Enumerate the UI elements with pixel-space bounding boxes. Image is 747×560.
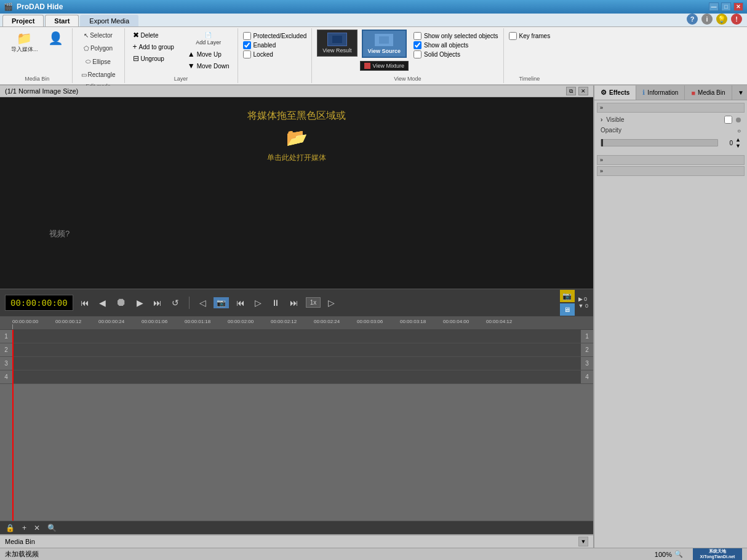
opacity-stepper[interactable]: ▲▼: [735, 137, 741, 149]
opacity-label: Opacity: [601, 127, 621, 134]
speed-button[interactable]: 1x: [306, 297, 321, 308]
close-button[interactable]: ✕: [733, 2, 743, 11]
canvas-drop-text: 将媒体拖至黑色区域或: [247, 110, 346, 122]
play-pause-button[interactable]: ▷: [252, 297, 264, 309]
loop-button[interactable]: ↺: [169, 297, 182, 309]
add-to-group-button[interactable]: + Add to group: [130, 41, 177, 52]
view-mixture-button[interactable]: View Mixture: [360, 61, 409, 71]
timeline-zoom-out-button[interactable]: 🔍: [46, 523, 58, 533]
enabled-checkbox[interactable]: [243, 41, 251, 49]
record-button[interactable]: 📷: [560, 290, 575, 302]
move-up-button[interactable]: ▲ Move Up: [185, 49, 233, 60]
media-bin-collapse-button[interactable]: ▼: [578, 537, 588, 546]
timeline-label: Timeline: [509, 73, 551, 82]
ribbon-edit-content: ↖ Selector ⬠ Polygon ⬭ Ellipse ▭ Rectang…: [78, 30, 119, 81]
opacity-slider-row: 0 ▲▼: [601, 137, 741, 149]
right-panel: ⚙ Effects ℹ Information ■ Media Bin ▼ »: [593, 86, 747, 548]
canvas-close-button[interactable]: ✕: [578, 87, 588, 95]
info-tab-label: Information: [647, 89, 678, 96]
canvas-size-label: (1/1 Normal Image Size): [5, 87, 78, 95]
mark-in-button[interactable]: ◁: [197, 297, 209, 309]
maximize-button[interactable]: □: [721, 2, 731, 11]
timeline-add-button[interactable]: +: [20, 523, 28, 533]
panel-section-collapse-1[interactable]: »: [597, 103, 745, 113]
frame-back-button[interactable]: ◀: [97, 297, 108, 309]
bulb-icon: 💡: [716, 14, 727, 25]
view-result-group: View Result: [317, 30, 357, 57]
timeline-controls: 🔒 + ✕ 🔍: [0, 521, 593, 534]
mark-out-button[interactable]: ▷: [326, 297, 337, 309]
tab-start[interactable]: Start: [45, 15, 79, 26]
frame-forward-button[interactable]: ▶: [134, 297, 146, 309]
transport-bar: 00:00:00:00 ⏮ ◀ ⏺ ▶ ⏭ ↺ ◁ 📷 ⏮ ▷ ⏸ ⏭ 1x ▷…: [0, 289, 593, 316]
skip-to-start-button[interactable]: ⏮: [78, 297, 92, 309]
ribbon-group-layer: ✖ Delete + Add to group ⊟ Ungroup 📄 Add …: [125, 28, 238, 83]
track-content-1[interactable]: [12, 330, 581, 343]
visible-arrow: ›: [601, 116, 602, 123]
canvas-header: (1/1 Normal Image Size) ⧉ ✕: [0, 86, 593, 97]
protected-checkbox[interactable]: [243, 32, 251, 40]
move-down-button[interactable]: ▼ Move Down: [185, 60, 233, 71]
track-num-right-1: 1: [581, 333, 593, 340]
visibility-label: [243, 79, 307, 82]
canvas-viewport[interactable]: 将媒体拖至黑色区域或 📂 单击此处打开媒体 视频?: [0, 97, 593, 289]
skip-out-button[interactable]: ⏭: [287, 297, 301, 309]
zoom-out-status-button[interactable]: 🔍: [674, 550, 683, 558]
add-layer-button[interactable]: 📄 Add Layer: [185, 30, 233, 48]
timeline-delete-button[interactable]: ✕: [32, 523, 42, 533]
minimize-button[interactable]: —: [709, 2, 719, 11]
panel-tab-information[interactable]: ℹ Information: [636, 86, 685, 100]
track-content-4[interactable]: [12, 370, 581, 383]
media-bin-extra-button[interactable]: 👤: [44, 30, 67, 47]
view-source-button[interactable]: View Source: [362, 30, 407, 58]
panel-collapse-button[interactable]: ▼: [735, 86, 747, 100]
tab-project[interactable]: Project: [2, 15, 44, 26]
delete-button[interactable]: ✖ Delete: [130, 30, 177, 41]
skip-to-end-button[interactable]: ⏭: [151, 297, 164, 309]
show-all-objects-checkbox[interactable]: [413, 41, 421, 49]
help-button[interactable]: ?: [687, 14, 698, 25]
visible-checkbox[interactable]: [724, 116, 732, 124]
import-media-button[interactable]: 📁 导入媒体...: [7, 30, 42, 56]
panel-section-collapse-3[interactable]: »: [597, 166, 745, 176]
play-button[interactable]: ⏺: [113, 295, 129, 310]
zoom-label: 100%: [655, 551, 672, 558]
panel-tab-effects[interactable]: ⚙ Effects: [594, 86, 636, 100]
locked-checkbox[interactable]: [243, 50, 251, 58]
skip-in-button[interactable]: ⏮: [234, 297, 247, 309]
ellipse-button[interactable]: ⬭ Ellipse: [78, 55, 119, 68]
panel-section-collapse-2[interactable]: »: [597, 155, 745, 165]
ribbon-view-mode-content: View Result View Source View Mixture: [317, 30, 498, 73]
track-content-3[interactable]: [12, 357, 581, 370]
opacity-dot: ○: [737, 127, 741, 134]
info-button[interactable]: i: [701, 14, 713, 25]
timeline-lock-button[interactable]: 🔒: [4, 523, 17, 533]
frame-counter: ▶ 0 ▼ 0: [578, 296, 588, 309]
view-result-button[interactable]: View Result: [317, 30, 357, 57]
track-num-4: 4: [0, 374, 12, 380]
tab-export[interactable]: Export Media: [80, 15, 138, 26]
selector-button[interactable]: ↖ Selector: [78, 30, 119, 41]
view-mode-checkboxes: Show only selected objects Show all obje…: [413, 32, 498, 58]
ungroup-button[interactable]: ⊟ Ungroup: [130, 53, 177, 64]
ruler-mark-3: 00:00:01:06: [142, 319, 167, 324]
panel-tab-media-bin[interactable]: ■ Media Bin: [685, 86, 732, 100]
layer-tools-left: ✖ Delete + Add to group ⊟ Ungroup: [130, 30, 177, 64]
key-frames-checkbox[interactable]: [509, 32, 517, 40]
canvas-video-label: 视频?: [49, 228, 70, 239]
transport-separator: [189, 297, 190, 309]
snapshot-button[interactable]: 📷: [214, 297, 229, 308]
ruler-mark-11: 00:00:04:12: [486, 319, 512, 324]
monitor-button[interactable]: 🖥: [560, 303, 575, 316]
key-frames-row: Key frames: [509, 32, 551, 40]
show-only-selected-checkbox[interactable]: [413, 32, 421, 40]
rectangle-button[interactable]: ▭ Rectangle: [78, 69, 119, 81]
canvas-restore-button[interactable]: ⧉: [566, 87, 576, 95]
polygon-button[interactable]: ⬠ Polygon: [78, 42, 119, 54]
ribbon-toolbar: 📁 导入媒体... 👤 Media Bin ↖ Selector ⬠ Polyg…: [0, 27, 747, 86]
track-content-2[interactable]: [12, 343, 581, 356]
solid-objects-checkbox[interactable]: [413, 50, 421, 58]
opacity-slider-track[interactable]: [601, 139, 718, 146]
ruler-marks-container: 00:00:00:00 00:00:00:12 00:00:00:24 00:0…: [0, 316, 593, 329]
pause-button[interactable]: ⏸: [269, 297, 282, 309]
